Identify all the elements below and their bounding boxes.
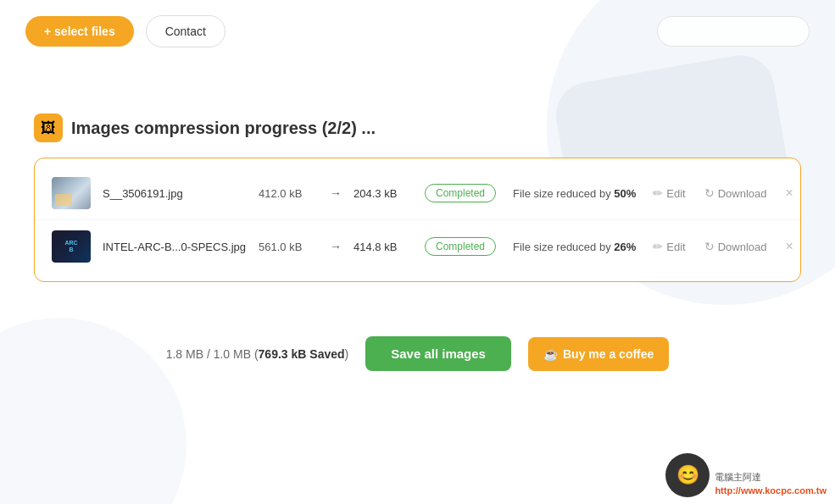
file-name-1: S__3506191.jpg	[103, 187, 247, 200]
watermark-site: http://www.kocpc.com.tw	[715, 485, 827, 496]
download-label-1: Download	[718, 187, 767, 200]
arrow-icon-2: →	[330, 240, 342, 253]
download-button-1[interactable]: ↻ Download	[699, 183, 772, 203]
file-original-size-2: 561.0 kB	[259, 241, 318, 253]
download-button-2[interactable]: ↻ Download	[699, 236, 772, 257]
section-title-text: Images compression progress (2/2) ...	[71, 119, 376, 138]
section-icon: 🖼	[34, 114, 63, 142]
watermark-text: 電腦主阿達 http://www.kocpc.com.tw	[715, 471, 827, 497]
reduction-text-1: File size reduced by 50%	[513, 187, 636, 200]
file-thumb-img2: ARCB	[52, 230, 91, 263]
file-thumbnail-2: ARCB	[52, 230, 91, 263]
reduction-text-2: File size reduced by 26%	[513, 241, 636, 253]
close-button-1[interactable]: ×	[781, 184, 799, 202]
footer-bar: 1.8 MB / 1.0 MB (769.3 kB Saved) Save al…	[0, 323, 835, 385]
coffee-icon: ☕	[543, 347, 558, 361]
file-list-container: S__3506191.jpg 412.0 kB → 204.3 kB Compl…	[34, 158, 801, 282]
coffee-label: Buy me a coffee	[563, 347, 654, 361]
file-compressed-size-2: 414.8 kB	[353, 241, 413, 253]
file-thumb-img1	[52, 177, 91, 209]
table-row: ARCB INTEL-ARC-B...0-SPECS.jpg 561.0 kB …	[35, 220, 800, 273]
file-compressed-size-1: 204.3 kB	[353, 187, 413, 200]
reduction-pct-2: 26%	[614, 241, 636, 253]
file-thumbnail-1	[52, 177, 91, 209]
edit-button-1[interactable]: ✏ Edit	[648, 183, 690, 203]
status-badge-1: Completed	[425, 184, 496, 202]
edit-button-2[interactable]: ✏ Edit	[648, 236, 690, 257]
edit-icon-2: ✏	[653, 240, 663, 253]
select-files-button[interactable]: + select files	[25, 16, 134, 47]
download-icon-1: ↻	[704, 186, 715, 200]
edit-icon-1: ✏	[653, 186, 663, 200]
file-name-2: INTEL-ARC-B...0-SPECS.jpg	[103, 241, 247, 253]
edit-label-2: Edit	[666, 241, 685, 253]
download-label-2: Download	[718, 241, 767, 253]
page-wrapper: + select files Contact 🖼 Images compress…	[0, 0, 835, 504]
section-title: 🖼 Images compression progress (2/2) ...	[34, 114, 801, 142]
stats-text: 1.8 MB / 1.0 MB (	[166, 347, 259, 361]
action-group-1: ✏ Edit ↻ Download ×	[648, 183, 799, 203]
save-all-button[interactable]: Save all images	[365, 336, 511, 371]
watermark-avatar: 😊	[665, 453, 710, 497]
buy-coffee-button[interactable]: ☕ Buy me a coffee	[528, 337, 669, 371]
watermark-icon: 😊	[676, 464, 699, 486]
reduction-pct-1: 50%	[614, 187, 636, 200]
watermark: 😊 電腦主阿達 http://www.kocpc.com.tw	[665, 453, 827, 497]
header: + select files Contact	[0, 0, 835, 63]
saved-text: 769.3 kB Saved	[259, 347, 345, 361]
footer-stats: 1.8 MB / 1.0 MB (769.3 kB Saved)	[166, 347, 349, 361]
search-input[interactable]	[657, 16, 810, 47]
main-content: 🖼 Images compression progress (2/2) ... …	[0, 63, 835, 316]
table-row: S__3506191.jpg 412.0 kB → 204.3 kB Compl…	[35, 167, 800, 220]
status-badge-2: Completed	[425, 237, 496, 256]
download-icon-2: ↻	[704, 240, 715, 253]
close-button-2[interactable]: ×	[781, 237, 799, 256]
arrow-icon-1: →	[330, 186, 342, 200]
contact-button[interactable]: Contact	[146, 15, 225, 47]
stats-end: )	[345, 347, 349, 361]
file-original-size-1: 412.0 kB	[259, 187, 318, 200]
edit-label-1: Edit	[666, 187, 685, 200]
action-group-2: ✏ Edit ↻ Download ×	[648, 236, 799, 257]
